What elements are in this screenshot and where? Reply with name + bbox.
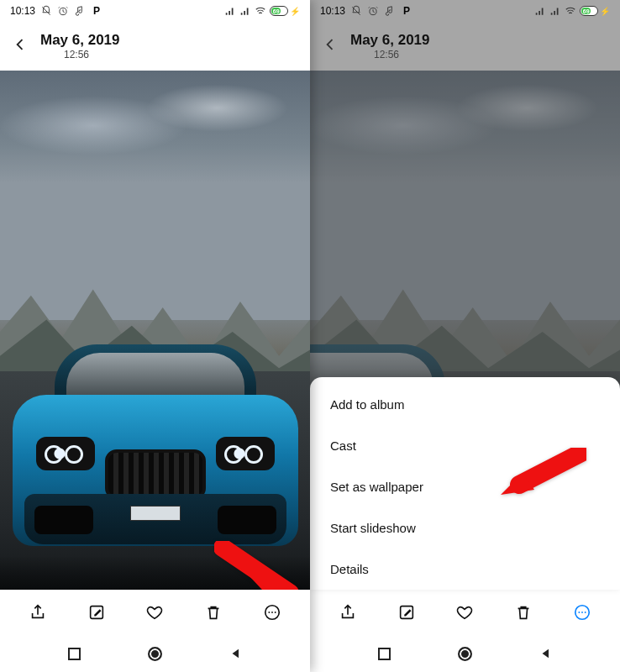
charging-icon: ⚡	[600, 7, 610, 16]
android-navbar	[0, 635, 310, 672]
photo-header: May 6, 2019 12:56	[0, 22, 310, 71]
sheet-item-label: Details	[330, 562, 369, 576]
alarm-icon	[367, 5, 379, 17]
back-button[interactable]	[12, 36, 29, 56]
music-note-icon	[74, 5, 86, 17]
annotation-arrow	[494, 448, 586, 509]
bell-off-icon	[350, 5, 362, 17]
header-date: May 6, 2019	[350, 32, 430, 49]
edit-button[interactable]	[393, 599, 420, 626]
share-button[interactable]	[24, 599, 51, 626]
svg-marker-8	[232, 649, 239, 659]
svg-point-6	[271, 612, 273, 613]
letter-p-icon: P	[401, 5, 412, 17]
photo-toolbar	[0, 590, 310, 635]
more-options-sheet: Add to album Cast Set as wallpaper Start…	[310, 377, 620, 590]
nav-back-button[interactable]	[536, 643, 556, 664]
status-time: 10:13	[320, 5, 345, 17]
favorite-button[interactable]	[451, 599, 478, 626]
bell-off-icon	[40, 5, 52, 17]
header-date: May 6, 2019	[40, 32, 120, 49]
more-button[interactable]	[259, 599, 286, 626]
sheet-item-label: Add to album	[330, 397, 404, 412]
phone-screen-left: 10:13 P 69 ⚡ May 6, 2019 12:56	[0, 0, 310, 672]
nav-home-button[interactable]	[454, 643, 475, 664]
photo-header: May 6, 2019 12:56	[310, 22, 620, 71]
status-bar: 10:13 P 69 ⚡	[310, 0, 620, 22]
signal-icon-2	[239, 5, 251, 17]
charging-icon: ⚡	[290, 7, 300, 16]
svg-point-7	[275, 612, 276, 613]
favorite-button[interactable]	[141, 599, 168, 626]
delete-button[interactable]	[510, 599, 537, 626]
status-time: 10:13	[10, 5, 35, 17]
music-note-icon	[384, 5, 396, 17]
more-button-active[interactable]	[569, 599, 596, 626]
annotation-arrow	[214, 541, 310, 590]
signal-icon	[534, 5, 546, 17]
edit-button[interactable]	[83, 599, 110, 626]
header-time: 12:56	[374, 49, 430, 60]
signal-icon	[224, 5, 236, 17]
sheet-item-add-to-album[interactable]: Add to album	[310, 384, 620, 425]
delete-button[interactable]	[200, 599, 227, 626]
back-button[interactable]	[322, 36, 339, 56]
battery-indicator: 69 ⚡	[580, 6, 610, 16]
sheet-item-details[interactable]: Details	[310, 549, 620, 590]
letter-p-icon: P	[91, 5, 102, 17]
photo-viewer[interactable]	[0, 71, 310, 590]
svg-point-15	[581, 612, 583, 613]
sheet-item-start-slideshow[interactable]: Start slideshow	[310, 507, 620, 549]
wifi-icon	[565, 5, 576, 17]
android-navbar	[310, 635, 620, 672]
alarm-icon	[57, 5, 69, 17]
share-button[interactable]	[334, 599, 361, 626]
sheet-item-label: Set as wallpaper	[330, 480, 423, 494]
header-time: 12:56	[64, 49, 120, 60]
svg-point-14	[578, 612, 580, 613]
svg-point-5	[268, 612, 270, 613]
sheet-item-label: Start slideshow	[330, 521, 416, 535]
car-image	[4, 294, 307, 580]
sheet-item-set-as-wallpaper[interactable]: Set as wallpaper	[310, 466, 620, 507]
battery-indicator: 69 ⚡	[270, 6, 300, 16]
nav-recent-button[interactable]	[64, 643, 84, 664]
photo-toolbar	[310, 590, 620, 635]
signal-icon-2	[549, 5, 561, 17]
svg-marker-17	[542, 649, 549, 659]
svg-point-16	[585, 612, 586, 613]
phone-screen-right: 10:13 P 69 ⚡ May 6, 2019 12:56	[310, 0, 620, 672]
nav-back-button[interactable]	[226, 643, 246, 664]
status-bar: 10:13 P 69 ⚡	[0, 0, 310, 22]
sheet-item-label: Cast	[330, 438, 356, 453]
wifi-icon	[255, 5, 266, 17]
nav-home-button[interactable]	[144, 643, 165, 664]
nav-recent-button[interactable]	[374, 643, 394, 664]
